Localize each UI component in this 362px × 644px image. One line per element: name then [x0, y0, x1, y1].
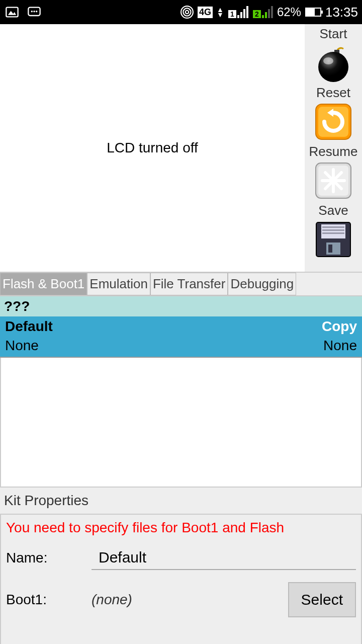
svg-rect-28 [328, 245, 332, 253]
reset-button[interactable]: Reset [313, 85, 353, 142]
svg-point-21 [330, 177, 337, 184]
battery-icon [305, 8, 321, 17]
snowflake-icon [313, 160, 353, 201]
resume-button[interactable]: Resume [309, 144, 358, 201]
boot1-select-button[interactable]: Select [288, 582, 356, 617]
copy-button[interactable]: Copy [322, 318, 357, 335]
sim1-signal: 1 [228, 6, 248, 18]
kit-boot-value: None [323, 338, 357, 354]
svg-point-6 [186, 11, 189, 14]
name-input[interactable] [92, 546, 356, 570]
svg-point-10 [318, 52, 348, 82]
sim2-signal: 2 [252, 6, 273, 18]
resume-label: Resume [309, 144, 358, 159]
kit-properties-title: Kit Properties [4, 490, 358, 512]
svg-marker-1 [8, 11, 16, 15]
start-label: Start [320, 26, 347, 42]
kit-list-empty-area[interactable] [0, 358, 362, 488]
svg-rect-24 [322, 226, 344, 228]
boot1-value: (none) [92, 592, 288, 608]
kit-list-item[interactable]: Default Copy None None [0, 316, 362, 358]
main-area: LCD turned off Start Reset [0, 24, 362, 272]
name-label: Name: [6, 550, 92, 566]
clock: 13:35 [325, 5, 358, 20]
reset-icon [313, 102, 353, 142]
lcd-panel[interactable]: LCD turned off [0, 24, 305, 272]
kit-flash-value: None [5, 338, 39, 354]
boot1-row: Boot1: (none) Select [6, 582, 356, 617]
network-badge: 4G [198, 7, 213, 18]
kit-properties-section: Kit Properties [0, 488, 362, 514]
boot1-label: Boot1: [6, 592, 92, 608]
save-button[interactable]: Save [313, 203, 353, 260]
name-row: Name: [6, 546, 356, 570]
kit-list-header: ??? [0, 296, 362, 316]
reset-label: Reset [316, 85, 350, 101]
save-label: Save [318, 203, 348, 218]
tab-file-transfer[interactable]: File Transfer [150, 273, 228, 295]
kit-name: Default [5, 318, 53, 335]
kit-properties-body: You need to specify files for Boot1 and … [0, 514, 362, 644]
battery-percent: 62% [277, 5, 301, 19]
kit-warning: You need to specify files for Boot1 and … [6, 520, 356, 536]
status-bar: 4G ▲▼ 1 2 62% 13:35 [0, 0, 362, 24]
hotspot-icon [180, 6, 194, 19]
side-toolbar: Start Reset [305, 24, 362, 272]
tab-flash-boot1[interactable]: Flash & Boot1 [0, 273, 87, 295]
bomb-icon [313, 43, 353, 83]
picture-icon [4, 5, 20, 19]
tab-debugging[interactable]: Debugging [228, 273, 296, 295]
svg-rect-0 [6, 8, 18, 17]
start-button[interactable]: Start [313, 26, 353, 83]
svg-point-3 [31, 11, 33, 13]
tab-emulation[interactable]: Emulation [87, 273, 150, 295]
data-arrows-icon: ▲▼ [217, 7, 224, 17]
svg-point-7 [183, 8, 191, 16]
tab-bar: Flash & Boot1 Emulation File Transfer De… [0, 272, 362, 296]
svg-rect-25 [322, 229, 344, 231]
lcd-message: LCD turned off [107, 140, 198, 156]
svg-point-11 [323, 57, 333, 64]
svg-point-4 [33, 11, 35, 13]
floppy-icon [313, 219, 353, 260]
svg-rect-26 [322, 232, 344, 234]
svg-point-5 [36, 11, 38, 13]
bbm-icon [26, 5, 42, 19]
